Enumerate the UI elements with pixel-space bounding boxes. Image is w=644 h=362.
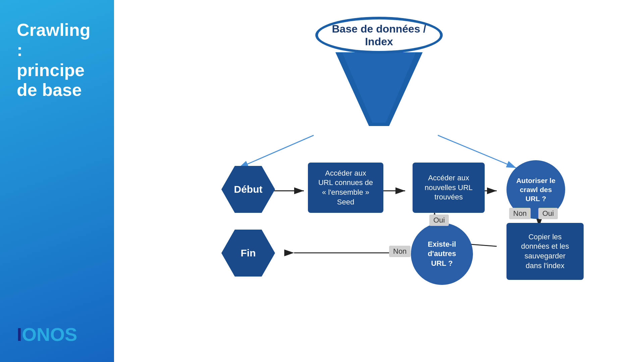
- debut-label: Début: [234, 184, 263, 195]
- non-label-exists: Non: [389, 246, 411, 257]
- exists-circle: Existe-ild'autresURL ?: [411, 223, 473, 285]
- database-funnel: Base de données /Index: [315, 17, 443, 126]
- database-label: Base de données /Index: [332, 22, 426, 48]
- ionos-logo: I ONOS: [17, 323, 101, 345]
- svg-line-3: [238, 135, 314, 168]
- sidebar: Crawling :principede base I ONOS: [0, 0, 114, 362]
- fin-hexagon: Fin: [221, 230, 275, 277]
- page-title: Crawling :principede base: [17, 20, 101, 100]
- non-label-authorize: Non: [509, 208, 531, 219]
- logo-i: I: [17, 323, 22, 345]
- debut-hexagon: Début: [221, 166, 275, 213]
- fin-label: Fin: [241, 247, 256, 259]
- main-content: Base de données /Index Début Accéder aux…: [114, 0, 644, 362]
- funnel-body: [335, 52, 423, 126]
- oui-label-authorize: Oui: [538, 208, 558, 219]
- seed-box: Accéder auxURL connues de« l'ensemble »S…: [308, 163, 383, 213]
- new-url-box: Accéder auxnouvelles URLtrouvées: [413, 163, 485, 213]
- diagram: Base de données /Index Début Accéder aux…: [124, 10, 634, 352]
- oui-label-exists: Oui: [429, 215, 449, 226]
- logo-onos: ONOS: [22, 323, 77, 345]
- database-ellipse: Base de données /Index: [315, 17, 443, 54]
- copy-box: Copier lesdonnées et lessauvegarderdans …: [506, 223, 584, 280]
